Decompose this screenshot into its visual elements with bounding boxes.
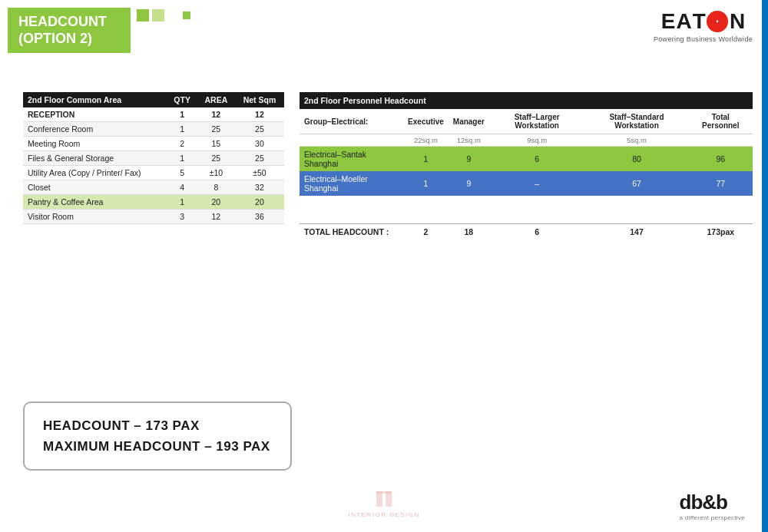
eaton-t-letter: T xyxy=(693,9,705,34)
total-pax: 173pax xyxy=(689,223,753,240)
total-staff-s: 147 xyxy=(584,223,688,240)
row-qty: 1 xyxy=(167,122,197,137)
interior-design-logo: INTERIOR DESIGN xyxy=(348,488,420,518)
row-qty: 1 xyxy=(167,107,197,122)
total-mgr: 18 xyxy=(449,223,489,240)
col-staff-larger-label: Staff–Larger Workstation xyxy=(489,109,584,134)
page-title: HEADCOUNT (OPTION 2) xyxy=(18,14,120,47)
table-row: Utility Area (Copy / Printer/ Fax) 5 ±10… xyxy=(23,166,284,180)
col-executive-label: Executive xyxy=(403,109,449,134)
col-executive-sub: 22sq.m xyxy=(403,134,449,147)
left-table-container: 2nd Floor Common Area QTY AREA Net Sqm R… xyxy=(23,92,284,240)
row-qty: 4 xyxy=(167,180,197,195)
row-staff-l: 6 xyxy=(489,147,584,172)
footer-center: INTERIOR DESIGN xyxy=(348,488,420,518)
row-net: 36 xyxy=(235,210,284,224)
decorative-squares xyxy=(137,9,190,21)
eaton-dot: · xyxy=(707,11,728,32)
row-name: Visitor Room xyxy=(23,210,167,224)
row-mgr: 9 xyxy=(449,171,489,196)
eaton-tagline: Powering Business Worldwide xyxy=(654,35,753,43)
eaton-logo-area: E A T · N Powering Business Worldwide xyxy=(654,9,753,43)
row-group-name: Electrical–Santak Shanghai xyxy=(300,147,403,172)
table-row: RECEPTION 1 12 12 xyxy=(23,107,284,122)
green-square-3 xyxy=(183,12,190,19)
row-mgr: 9 xyxy=(449,147,489,172)
row-staff-s: 80 xyxy=(584,147,688,172)
row-name: Utility Area (Copy / Printer/ Fax) xyxy=(23,166,167,180)
green-square-spacer xyxy=(167,9,180,21)
row-qty: 5 xyxy=(167,166,197,180)
summary-box: HEADCOUNT – 173 PAX MAXIMUM HEADCOUNT – … xyxy=(23,401,292,471)
eaton-n-letter: N xyxy=(730,9,745,34)
empty-row xyxy=(300,210,753,223)
interior-design-icon xyxy=(373,488,395,510)
row-qty: 3 xyxy=(167,210,197,224)
row-area: 25 xyxy=(197,122,235,137)
table-row: Conference Room 1 25 25 xyxy=(23,122,284,137)
row-total: 77 xyxy=(689,171,753,196)
empty-row xyxy=(300,196,753,210)
total-row: TOTAL HEADCOUNT : 2 18 6 147 173pax xyxy=(300,223,753,240)
row-net: ±50 xyxy=(235,166,284,180)
row-qty: 1 xyxy=(167,151,197,166)
col-header-net: Net Sqm xyxy=(235,92,284,107)
dbb-logo: db&b xyxy=(680,491,745,514)
svg-rect-2 xyxy=(376,491,392,494)
row-name: RECEPTION xyxy=(23,107,167,122)
col-total-sub xyxy=(689,134,753,147)
eaton-e-letter: E xyxy=(661,9,675,34)
col-manager-sub: 12sq.m xyxy=(449,134,489,147)
row-net: 30 xyxy=(235,137,284,151)
row-staff-s: 67 xyxy=(584,171,688,196)
eaton-logo: E A T · N xyxy=(661,9,745,34)
row-net: 25 xyxy=(235,151,284,166)
row-area: 25 xyxy=(197,151,235,166)
row-name: Meeting Room xyxy=(23,137,167,151)
green-square-1 xyxy=(137,9,149,21)
row-area: 12 xyxy=(197,210,235,224)
col-total-label: Total Personnel xyxy=(689,109,753,134)
row-net: 20 xyxy=(235,195,284,210)
summary-line-2: MAXIMUM HEADCOUNT – 193 PAX xyxy=(43,436,272,457)
row-exec: 1 xyxy=(403,147,449,172)
green-square-2 xyxy=(152,9,164,21)
total-exec: 2 xyxy=(403,223,449,240)
right-table-container: 2nd Floor Personnel Headcount Group–Elec… xyxy=(300,92,753,240)
row-qty: 2 xyxy=(167,137,197,151)
row-name: Files & General Storage xyxy=(23,151,167,166)
row-net: 32 xyxy=(235,180,284,195)
footer-right: db&b a different perspective xyxy=(680,491,745,521)
col-header-qty: QTY xyxy=(167,92,197,107)
row-group-name: Electrical–Moeller Shanghai xyxy=(300,171,403,196)
row-qty: 1 xyxy=(167,195,197,210)
row-area: 20 xyxy=(197,195,235,210)
floor-common-area-table: 2nd Floor Common Area QTY AREA Net Sqm R… xyxy=(23,92,284,224)
header-title-box: HEADCOUNT (OPTION 2) xyxy=(8,8,131,53)
row-exec: 1 xyxy=(403,171,449,196)
main-content: 2nd Floor Common Area QTY AREA Net Sqm R… xyxy=(23,92,753,240)
col-group-sub xyxy=(300,134,403,147)
col-manager-label: Manager xyxy=(449,109,489,134)
total-label: TOTAL HEADCOUNT : xyxy=(300,223,403,240)
interior-design-text: INTERIOR DESIGN xyxy=(348,511,420,518)
summary-line-1: HEADCOUNT – 173 PAX xyxy=(43,415,272,436)
total-staff-l: 6 xyxy=(489,223,584,240)
personnel-row: Electrical–Santak Shanghai 1 9 6 80 96 xyxy=(300,147,753,172)
row-name: Conference Room xyxy=(23,122,167,137)
row-staff-l: – xyxy=(489,171,584,196)
row-area: 12 xyxy=(197,107,235,122)
row-area: 8 xyxy=(197,180,235,195)
table-row: Pantry & Coffee Area 1 20 20 xyxy=(23,195,284,210)
table-row: Closet 4 8 32 xyxy=(23,180,284,195)
col-staff-standard-label: Staff–Standard Workstation xyxy=(584,109,688,134)
dbb-tagline: a different perspective xyxy=(680,514,745,521)
col-header-area-sqm: AREA xyxy=(197,92,235,107)
table-row: Visitor Room 3 12 36 xyxy=(23,210,284,224)
eaton-a-letter: A xyxy=(677,9,691,34)
row-net: 25 xyxy=(235,122,284,137)
table-row: Files & General Storage 1 25 25 xyxy=(23,151,284,166)
personnel-table-title: 2nd Floor Personnel Headcount xyxy=(300,92,753,109)
col-staff-standard-sub: 5sq.m xyxy=(584,134,688,147)
row-area: ±10 xyxy=(197,166,235,180)
